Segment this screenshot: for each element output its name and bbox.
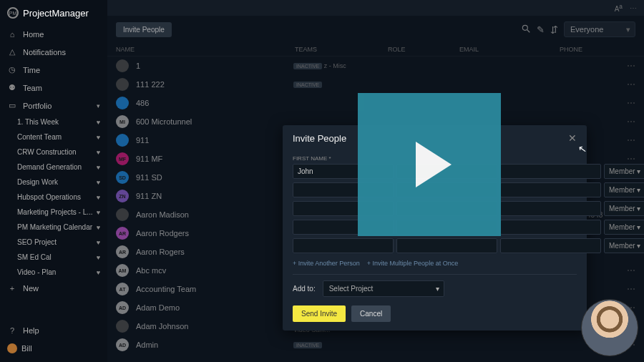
favorite-icon[interactable]: ♥: [97, 164, 100, 171]
project-select[interactable]: Select Project: [323, 280, 444, 297]
nav-icon: △: [7, 47, 17, 57]
new-label: New: [23, 284, 39, 293]
portfolio-label: SEO Project: [17, 238, 57, 246]
last-name-input[interactable]: [396, 238, 497, 253]
favorite-icon[interactable]: ♥: [97, 209, 100, 216]
favorite-icon[interactable]: ♥: [97, 194, 100, 201]
nav: ⌂Home△Notifications◷Time⚉Team ▭ Portfoli…: [0, 26, 107, 322]
invite-another-link[interactable]: + Invite Another Person: [293, 260, 360, 267]
portfolio-label: 1. This Week: [17, 118, 59, 126]
briefcase-icon: ▭: [7, 101, 17, 110]
play-icon: [416, 142, 452, 187]
portfolio-item[interactable]: Marketing Projects - L...♥: [13, 205, 107, 220]
email-input[interactable]: [500, 201, 601, 216]
portfolio-label: Demand Generation: [17, 163, 82, 171]
favorite-icon[interactable]: ♥: [97, 134, 100, 141]
favorite-icon[interactable]: ♥: [97, 269, 100, 276]
invite-links: + Invite Another Person + Invite Multipl…: [293, 257, 577, 274]
close-icon[interactable]: ✕: [568, 132, 577, 144]
portfolio-item[interactable]: Demand Generation♥: [13, 160, 107, 175]
help-icon: ?: [7, 326, 17, 335]
role-select[interactable]: Member ▾: [604, 220, 644, 235]
presenter-avatar: [581, 299, 638, 356]
favorite-icon[interactable]: ♥: [97, 224, 100, 231]
nav-icon: ⚉: [7, 83, 17, 92]
portfolio-label: PM Marketing Calendar: [17, 223, 92, 231]
brand-logo: PM: [7, 7, 19, 19]
invite-row: Member ▾ 🗑: [293, 238, 577, 253]
sidebar-item-home[interactable]: ⌂Home: [0, 26, 107, 43]
sidebar-item-portfolio[interactable]: ▭ Portfolio ▾: [0, 97, 107, 114]
portfolio-item[interactable]: Content Team♥: [13, 129, 107, 145]
add-to-label: Add to:: [293, 285, 316, 293]
portfolio-label: Design Work: [17, 178, 58, 186]
nav-icon: ◷: [7, 65, 17, 74]
portfolio-item[interactable]: PM Marketing Calendar♥: [13, 220, 107, 235]
sidebar-item-time[interactable]: ◷Time: [0, 61, 107, 79]
portfolio-item[interactable]: SEO Project♥: [13, 235, 107, 250]
email-input[interactable]: [500, 164, 601, 179]
modal-title: Invite People: [293, 133, 346, 144]
main: Aa ⋯ Invite People ✎ ⇵ Everyone NAME TEA…: [107, 0, 644, 362]
cancel-button[interactable]: Cancel: [351, 305, 391, 322]
portfolio-label: Content Team: [17, 133, 62, 141]
nav-label: Time: [23, 66, 40, 74]
sidebar-item-notifications[interactable]: △Notifications: [0, 43, 107, 61]
brand-name: ProjectManager: [23, 8, 89, 19]
portfolio-item[interactable]: Design Work♥: [13, 175, 107, 190]
portfolio-item[interactable]: SM Ed Cal♥: [13, 250, 107, 265]
nav-label: Team: [23, 84, 42, 92]
favorite-icon[interactable]: ♥: [97, 254, 100, 261]
sidebar-item-help[interactable]: ? Help: [0, 322, 107, 339]
sidebar-item-new[interactable]: + New: [0, 280, 107, 297]
send-invite-button[interactable]: Send Invite: [293, 305, 346, 322]
portfolio-item[interactable]: 1. This Week♥: [13, 114, 107, 129]
email-input[interactable]: [500, 220, 601, 235]
role-select[interactable]: Member ▾: [604, 201, 644, 216]
avatar: [7, 343, 17, 353]
email-input[interactable]: [500, 238, 601, 253]
chevron-down-icon: ▾: [97, 102, 100, 109]
portfolio-label: CRW Construction: [17, 148, 77, 156]
invite-multiple-link[interactable]: + Invite Multiple People at Once: [367, 260, 458, 267]
role-select[interactable]: Member ▾: [604, 238, 644, 253]
role-select[interactable]: Member ▾: [604, 164, 644, 179]
nav-label: Notifications: [23, 48, 66, 57]
nav-icon: ⌂: [7, 30, 17, 39]
portfolio-item[interactable]: CRW Construction♥: [13, 145, 107, 160]
portfolio-label: SM Ed Cal: [17, 253, 52, 261]
first-name-input[interactable]: [293, 238, 394, 253]
role-select[interactable]: Member ▾: [604, 182, 644, 197]
favorite-icon[interactable]: ♥: [97, 179, 100, 186]
portfolio-label: Marketing Projects - L...: [17, 208, 93, 216]
user-name: Bill: [21, 344, 32, 353]
help-label: Help: [23, 326, 39, 335]
favorite-icon[interactable]: ♥: [97, 119, 100, 126]
portfolio-label: Hubspot Operations: [17, 193, 81, 201]
portfolio-label: Video - Plan: [17, 268, 56, 276]
portfolio-item[interactable]: Video - Plan♥: [13, 265, 107, 280]
plus-icon: +: [7, 284, 17, 293]
nav-label: Home: [23, 30, 44, 39]
sidebar-item-team[interactable]: ⚉Team: [0, 79, 107, 97]
email-input[interactable]: [500, 182, 601, 197]
current-user[interactable]: Bill: [0, 339, 107, 358]
sidebar: PM ProjectManager ⌂Home△Notifications◷Ti…: [0, 0, 107, 362]
cursor-icon: ↖: [577, 142, 588, 155]
brand: PM ProjectManager: [0, 4, 107, 26]
favorite-icon[interactable]: ♥: [97, 149, 100, 156]
favorite-icon[interactable]: ♥: [97, 239, 100, 246]
portfolio-label: Portfolio: [23, 102, 52, 110]
portfolio-item[interactable]: Hubspot Operations♥: [13, 190, 107, 205]
video-play-button[interactable]: [358, 93, 501, 236]
